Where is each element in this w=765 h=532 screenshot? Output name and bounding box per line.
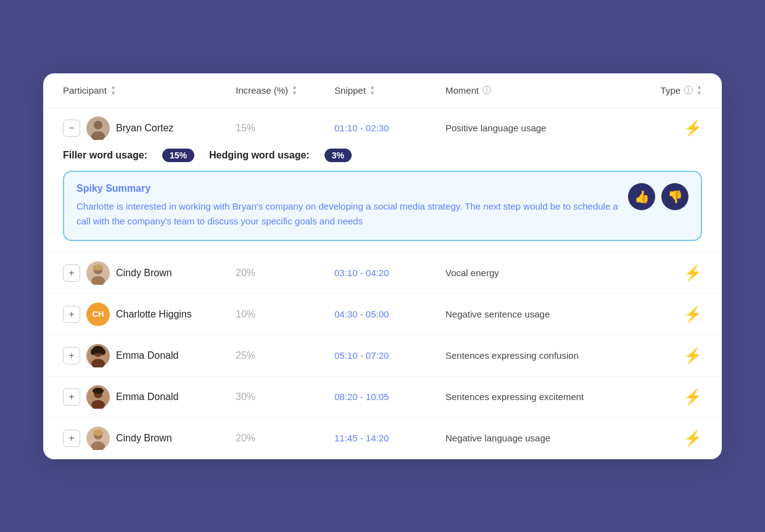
expand-button[interactable]: + xyxy=(63,430,80,447)
participant-cell: + Cindy Brown xyxy=(63,427,236,450)
avatar xyxy=(86,385,110,409)
col-type: Type i ▲ ▼ xyxy=(628,84,702,96)
participant-name: Cindy Brown xyxy=(116,433,172,444)
increase-pct: 30% xyxy=(236,391,334,403)
snippet-time[interactable]: 01:10 - 02:30 xyxy=(334,123,445,133)
snippet-time[interactable]: 04:30 - 05:00 xyxy=(334,309,445,319)
filler-badge: 15% xyxy=(162,149,194,162)
expand-button[interactable]: + xyxy=(63,388,80,406)
type-icon: ⚡ xyxy=(628,120,702,137)
type-icon: ⚡ xyxy=(628,264,702,282)
type-icon: ⚡ xyxy=(628,347,702,364)
participant-name: Emma Donald xyxy=(116,350,178,361)
spiky-body: Charlotte is interested in working with … xyxy=(76,199,618,229)
snippet-time[interactable]: 11:45 - 14:20 xyxy=(334,433,445,443)
participant-name: Charlotte Higgins xyxy=(116,309,192,320)
snippet-time[interactable]: 05:10 - 07:20 xyxy=(334,350,445,361)
feedback-buttons: 👍 👎 xyxy=(628,183,688,210)
svg-point-10 xyxy=(91,349,96,355)
col-moment: Moment i xyxy=(445,85,628,96)
expanded-section: Filler word usage: 15% Hedging word usag… xyxy=(43,149,722,253)
snippet-sort[interactable]: ▲ ▼ xyxy=(370,84,375,96)
avatar xyxy=(86,261,110,285)
col-participant: Participant ▲ ▼ xyxy=(63,84,236,96)
participant-cell: + Emma Donald xyxy=(63,385,236,409)
participant-cell: + Emma Donald xyxy=(63,344,236,367)
moment-text: Sentences expressing confusion xyxy=(445,350,628,361)
type-info-icon: i xyxy=(684,86,693,94)
spiky-summary-box: Spiky Summary Charlotte is interested in… xyxy=(63,171,702,241)
stats-row: Filler word usage: 15% Hedging word usag… xyxy=(63,149,702,162)
participant-cell: + CH Charlotte Higgins xyxy=(63,303,236,326)
avatar xyxy=(86,117,110,140)
svg-point-11 xyxy=(101,349,105,355)
increase-sort[interactable]: ▲ ▼ xyxy=(292,84,297,96)
moment-text: Positive language usage xyxy=(445,123,628,133)
type-icon: ⚡ xyxy=(628,306,702,323)
bolt-icon: ⚡ xyxy=(684,347,702,364)
bolt-icon: ⚡ xyxy=(684,306,702,323)
moment-text: Negative sentence usage xyxy=(445,309,628,319)
increase-pct: 20% xyxy=(236,268,334,279)
col-snippet: Snippet ▲ ▼ xyxy=(334,84,445,96)
type-icon: ⚡ xyxy=(628,430,702,447)
svg-point-15 xyxy=(93,388,104,394)
type-sort[interactable]: ▲ ▼ xyxy=(697,84,702,96)
snippet-time[interactable]: 03:10 - 04:20 xyxy=(334,268,445,278)
bolt-icon: ⚡ xyxy=(684,430,702,447)
bolt-icon: ⚡ xyxy=(684,120,702,137)
table-row: − Bryan Cortez 15% 01:10 - 02:30 Positiv… xyxy=(43,108,722,149)
main-card: Participant ▲ ▼ Increase (%) ▲ ▼ Snippet… xyxy=(43,73,722,459)
increase-pct: 25% xyxy=(236,350,334,361)
svg-point-6 xyxy=(93,264,103,271)
participant-name: Bryan Cortez xyxy=(116,123,173,134)
table-row: + CH Charlotte Higgins 10% 04:30 - 05:00… xyxy=(43,294,722,335)
moment-text: Vocal energy xyxy=(445,268,628,278)
moment-info-icon: i xyxy=(482,86,491,94)
expand-button[interactable]: + xyxy=(63,264,80,282)
svg-point-1 xyxy=(94,121,102,129)
table-row: + Emma Donald 30% 08:20 - 10:05 Sentence… xyxy=(43,377,722,418)
expand-button[interactable]: − xyxy=(63,120,80,137)
svg-point-20 xyxy=(93,430,103,436)
participant-cell: + Cindy Brown xyxy=(63,261,236,285)
snippet-time[interactable]: 08:20 - 10:05 xyxy=(334,391,445,402)
expand-button[interactable]: + xyxy=(63,306,80,323)
participant-cell: − Bryan Cortez xyxy=(63,117,236,140)
thumbs-up-button[interactable]: 👍 xyxy=(628,183,655,210)
hedging-label: Hedging word usage: xyxy=(209,150,310,161)
table-header: Participant ▲ ▼ Increase (%) ▲ ▼ Snippet… xyxy=(43,73,722,108)
col-increase: Increase (%) ▲ ▼ xyxy=(236,84,334,96)
spiky-text: Spiky Summary Charlotte is interested in… xyxy=(76,183,618,229)
spiky-title: Spiky Summary xyxy=(76,183,618,194)
moment-text: Negative language usage xyxy=(445,433,628,443)
bolt-icon: ⚡ xyxy=(684,388,702,406)
thumbs-down-button[interactable]: 👎 xyxy=(661,183,688,210)
avatar xyxy=(86,344,110,367)
avatar xyxy=(86,427,110,450)
moment-text: Sentences expressing excitement xyxy=(445,391,628,402)
hedging-badge: 3% xyxy=(325,149,352,162)
expand-button[interactable]: + xyxy=(63,347,80,364)
table-row: + Cindy Brown 20% 03:10 - 04:20 Vocal en… xyxy=(43,253,722,294)
increase-pct: 20% xyxy=(236,433,334,444)
avatar: CH xyxy=(86,303,110,326)
participant-name: Emma Donald xyxy=(116,391,178,403)
increase-pct: 10% xyxy=(236,309,334,320)
filler-label: Filler word usage: xyxy=(63,150,147,161)
participant-name: Cindy Brown xyxy=(116,268,172,279)
participant-sort[interactable]: ▲ ▼ xyxy=(110,84,116,96)
bolt-icon: ⚡ xyxy=(684,264,702,282)
type-icon: ⚡ xyxy=(628,388,702,406)
table-row: + Emma Donald 25% 05:10 - 07:20 Sentence… xyxy=(43,335,722,377)
table-row: + Cindy Brown 20% 11:45 - 14:20 Negative… xyxy=(43,418,722,459)
increase-pct: 15% xyxy=(236,123,334,134)
